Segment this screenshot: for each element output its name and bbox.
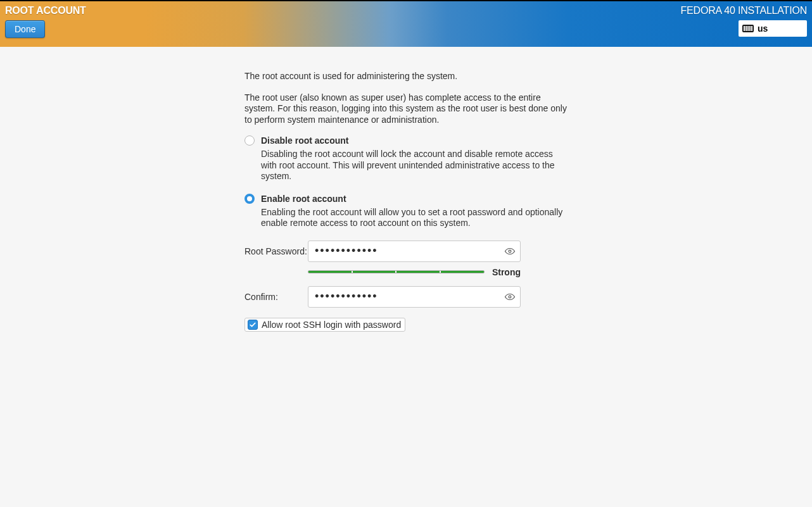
option-disable-title: Disable root account <box>261 135 348 146</box>
header-bar: ROOT ACCOUNT Done FEDORA 40 INSTALLATION… <box>0 0 812 47</box>
keyboard-icon <box>742 25 754 32</box>
confirm-label: Confirm: <box>244 292 308 302</box>
intro-text-2: The root user (also known as super user)… <box>244 92 568 126</box>
header-right: FEDORA 40 INSTALLATION us <box>680 5 807 37</box>
svg-point-1 <box>509 296 511 298</box>
password-strength-meter <box>308 270 485 273</box>
allow-ssh-checkbox[interactable] <box>248 320 258 330</box>
confirm-row: Confirm: <box>244 286 568 308</box>
option-enable-head[interactable]: Enable root account <box>244 194 568 204</box>
confirm-password-input[interactable] <box>308 286 521 308</box>
option-disable-head[interactable]: Disable root account <box>244 135 568 146</box>
main-content: The root account is used for administeri… <box>0 47 812 332</box>
done-button[interactable]: Done <box>5 20 45 38</box>
strength-seg-1 <box>308 271 352 273</box>
svg-point-0 <box>509 250 511 253</box>
check-icon <box>249 321 257 329</box>
allow-ssh-label: Allow root SSH login with password <box>262 320 401 330</box>
option-enable-root: Enable root account Enabling the root ac… <box>244 194 568 229</box>
root-password-input[interactable] <box>308 241 521 262</box>
allow-ssh-row[interactable]: Allow root SSH login with password <box>244 318 405 332</box>
keyboard-layout-text: us <box>758 23 768 34</box>
strength-seg-2 <box>353 271 396 273</box>
option-disable-root: Disable root account Disabling the root … <box>244 135 568 182</box>
intro-text-1: The root account is used for administeri… <box>244 71 568 82</box>
eye-icon <box>504 291 516 303</box>
reveal-password-button[interactable] <box>503 244 517 258</box>
keyboard-layout-indicator[interactable]: us <box>739 20 807 37</box>
password-strength-row: Strong <box>308 267 521 277</box>
root-password-row: Root Password: <box>244 241 568 262</box>
confirm-field-wrap <box>308 286 521 308</box>
radio-disable-root[interactable] <box>244 135 255 146</box>
option-enable-title: Enable root account <box>261 194 346 204</box>
root-password-label: Root Password: <box>244 246 308 256</box>
option-enable-desc: Enabling the root account will allow you… <box>261 207 568 229</box>
header-left: ROOT ACCOUNT Done <box>5 5 86 38</box>
content-column: The root account is used for administeri… <box>244 71 568 332</box>
strength-seg-3 <box>396 271 440 273</box>
page-title: ROOT ACCOUNT <box>5 5 86 16</box>
root-password-field-wrap <box>308 241 521 262</box>
installer-label: FEDORA 40 INSTALLATION <box>680 5 807 16</box>
radio-enable-root[interactable] <box>244 194 255 204</box>
strength-seg-4 <box>441 271 484 273</box>
eye-icon <box>504 246 516 257</box>
reveal-confirm-button[interactable] <box>503 290 517 304</box>
password-strength-label: Strong <box>492 267 521 277</box>
option-disable-desc: Disabling the root account will lock the… <box>261 149 568 182</box>
